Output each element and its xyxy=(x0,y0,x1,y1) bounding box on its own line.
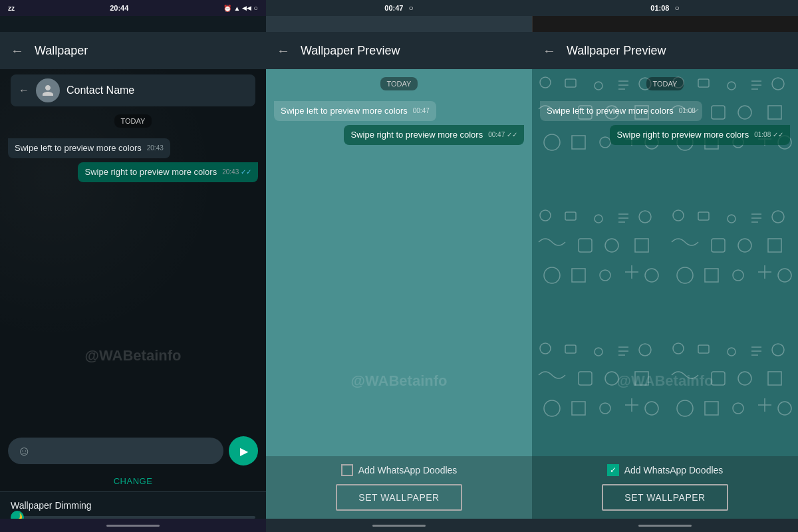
contact-avatar xyxy=(36,78,60,102)
right-back-button[interactable]: ← xyxy=(543,43,556,59)
center-msg-received: Swipe left to preview more colors 00:47 xyxy=(274,101,436,121)
watermark-center: @WABetainfo xyxy=(351,372,448,390)
left-back-button[interactable]: ← xyxy=(11,43,24,59)
left-back-small[interactable]: ← xyxy=(19,84,29,96)
right-circle-icon: ○ xyxy=(674,3,679,13)
right-check-icon: ✓✓ xyxy=(773,131,783,138)
center-app-bar: ← Wallpaper Preview xyxy=(266,32,532,69)
check-mark-icon: ✓ xyxy=(610,466,616,475)
right-chat-area: TODAY Swipe left to preview more colors … xyxy=(532,69,798,456)
wallpaper-preview-right: 01:08 ○ ← Wallpaper Preview TODAY Swipe … xyxy=(532,0,798,532)
left-title: Wallpaper xyxy=(35,44,88,58)
contact-header: ← Contact Name xyxy=(11,74,255,106)
status-icons: ⏰ ▲ ◀◀ ○ xyxy=(223,4,258,12)
center-doodles-checkbox[interactable] xyxy=(341,464,353,476)
center-time: 00:47 xyxy=(384,4,403,12)
center-doodles-row: Add WhatsApp Doodles xyxy=(341,464,458,476)
center-circle-icon: ○ xyxy=(408,3,413,13)
check-icon: ✓✓ xyxy=(241,168,251,176)
center-doodles-label: Add WhatsApp Doodles xyxy=(358,465,458,475)
right-messages: Swipe left to preview more colors 01:08 … xyxy=(532,96,798,150)
center-msg-sent: Swipe right to preview more colors 00:47… xyxy=(344,125,524,145)
wallpaper-panel: zz 20:44 ⏰ ▲ ◀◀ ○ ← Wallpaper ← Contact … xyxy=(0,0,266,532)
right-title: Wallpaper Preview xyxy=(567,44,666,58)
message-input[interactable]: ☺ xyxy=(8,438,223,464)
input-area: ☺ ▶ xyxy=(0,431,266,471)
center-chat-area: TODAY Swipe left to preview more colors … xyxy=(266,69,532,456)
watermark-left: @WABetainfo xyxy=(85,347,182,364)
chat-preview-area: ← Contact Name TODAY Swipe left to previ… xyxy=(0,69,266,431)
center-messages: Swipe left to preview more colors 00:47 … xyxy=(266,96,532,150)
center-bottom-controls: Add WhatsApp Doodles SET WALLPAPER xyxy=(266,456,532,519)
msg-received-1: Swipe left to preview more colors 20:43 xyxy=(8,138,170,158)
left-date-chip: TODAY xyxy=(0,114,266,128)
right-doodles-row: ✓ Add WhatsApp Doodles xyxy=(607,464,724,476)
right-msg-sent: Swipe right to preview more colors 01:08… xyxy=(610,125,790,145)
center-date-chip: TODAY xyxy=(266,77,532,90)
right-nav-dot xyxy=(638,525,692,527)
center-set-wallpaper-button[interactable]: SET WALLPAPER xyxy=(336,484,462,511)
left-app-bar: ← Wallpaper xyxy=(0,32,266,69)
right-date-chip: TODAY xyxy=(532,77,798,90)
left-time: 20:44 xyxy=(110,4,128,12)
center-nav-dot xyxy=(372,525,426,527)
center-nav-bar xyxy=(266,519,532,532)
emoji-icon[interactable]: ☺ xyxy=(17,444,31,459)
contact-name: Contact Name xyxy=(66,84,134,96)
right-set-wallpaper-button[interactable]: SET WALLPAPER xyxy=(602,484,728,511)
right-time: 01:08 xyxy=(650,4,669,12)
center-check-icon: ✓✓ xyxy=(507,131,517,138)
change-button[interactable]: CHANGE xyxy=(0,471,266,491)
left-messages: Swipe left to preview more colors 20:43 … xyxy=(0,133,266,188)
right-app-bar: ← Wallpaper Preview xyxy=(532,32,798,69)
right-doodles-label: Add WhatsApp Doodles xyxy=(624,465,724,475)
center-back-button[interactable]: ← xyxy=(277,43,290,59)
send-button[interactable]: ▶ xyxy=(229,436,258,466)
center-title: Wallpaper Preview xyxy=(301,44,400,58)
right-bottom-controls: ✓ Add WhatsApp Doodles SET WALLPAPER xyxy=(532,456,798,519)
right-doodles-checkbox[interactable]: ✓ xyxy=(607,464,619,476)
wallpaper-preview-center: 00:47 ○ ← Wallpaper Preview TODAY Swipe … xyxy=(266,0,532,532)
right-nav-bar xyxy=(532,519,798,532)
nav-dot xyxy=(106,525,160,527)
dimming-label: Wallpaper Dimming xyxy=(11,500,255,511)
right-msg-received: Swipe left to preview more colors 01:08 xyxy=(540,101,702,121)
sleep-icon: zz xyxy=(8,5,15,12)
msg-sent-1: Swipe right to preview more colors 20:43… xyxy=(78,162,258,182)
left-nav-bar xyxy=(0,519,266,532)
